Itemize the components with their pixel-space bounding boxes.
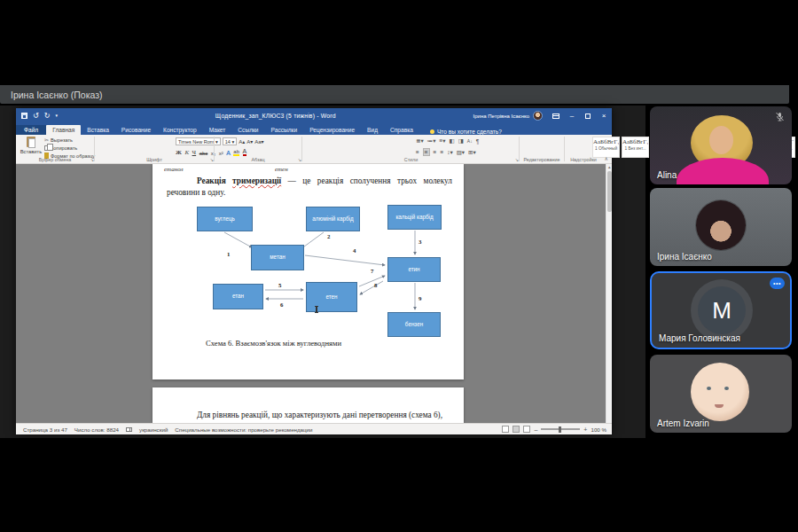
tab-draw[interactable]: Рисование [115, 125, 157, 135]
avatar-letter: M [698, 286, 746, 334]
tab-references[interactable]: Ссылки [231, 125, 264, 135]
svg-text:2: 2 [327, 233, 331, 239]
more-options-button[interactable]: ••• [770, 278, 785, 289]
diagram-box-methane[interactable]: метан [251, 245, 304, 270]
read-mode-icon[interactable] [502, 426, 509, 433]
quick-access-toolbar: ↺ ↻ ▾ [16, 113, 78, 120]
diagram-box-aluminum-carbide[interactable]: алюміній карбід [306, 207, 360, 231]
zoom-slider[interactable] [541, 428, 580, 430]
participant-tile-alina[interactable]: Alina [650, 106, 792, 184]
editing-group-label: Редактирование [520, 157, 564, 162]
word-count[interactable]: Число слов: 8824 [74, 426, 119, 433]
page2-paragraph: Для рівнянь реакцій, що характеризують д… [167, 411, 452, 419]
diagram-box-calcium-carbide[interactable]: кальцій карбід [387, 205, 442, 230]
zoom-level[interactable]: 100 % [591, 426, 606, 433]
collapse-ribbon-icon[interactable]: ∧ [605, 155, 608, 161]
screen: Ірина Ісаєнко (Показ) ↺ ↻ ▾ Щоденник_зап… [0, 0, 798, 532]
undo-icon[interactable]: ↺ [33, 113, 39, 120]
diagram-box-ethane[interactable]: етан [213, 284, 263, 309]
qat-customize-icon[interactable]: ▾ [55, 113, 58, 118]
document-page-1[interactable]: етанол етен Реакція тримеризації — це ре… [153, 164, 464, 379]
zoom-in-button[interactable]: + [583, 426, 587, 433]
tab-review[interactable]: Рецензирование [303, 125, 361, 135]
participant-name: Artem Izvarin [657, 419, 709, 428]
svg-text:1: 1 [227, 251, 231, 257]
scroll-up-icon[interactable]: ▲ [607, 165, 611, 169]
ribbon-tabs: Файл Главная Вставка Рисование Конструкт… [16, 123, 612, 135]
document-page-2[interactable]: Для рівнянь реакцій, що характеризують д… [153, 387, 464, 423]
redo-icon[interactable]: ↻ [44, 113, 51, 120]
account[interactable]: Ірина Петрівна Ісаєнко [473, 111, 548, 121]
clipboard-group-label: Буфер обмена [16, 157, 94, 162]
diagram-box-benzene[interactable]: бензен [387, 312, 441, 337]
tab-layout[interactable]: Макет [203, 125, 232, 135]
scissors-icon: ✂ [44, 137, 49, 143]
tab-home[interactable]: Главная [46, 125, 81, 135]
save-icon[interactable] [21, 113, 27, 119]
zoom-slider-thumb[interactable] [559, 426, 561, 433]
styles-group: АаБбВгГ₁ 1 Обычный АаБбВгГ₁ 1 Без инт...… [303, 135, 519, 163]
print-layout-icon[interactable] [512, 426, 520, 433]
styles-group-label: Стили [303, 157, 519, 162]
copy-icon [44, 145, 49, 151]
svg-text:5: 5 [278, 282, 282, 288]
paragraph-group: ≣▾ ≔▾ ≡▾ ◧ ◨ А↓ ¶ ≡ ≡ ≡ ≡ ↕▾ ▨▾ [215, 135, 301, 163]
participant-name: Ірина Ісаєнко [657, 252, 712, 262]
clipboard-group: Вставить ✂Вырезать Копировать Формат по … [16, 135, 94, 163]
tab-insert[interactable]: Вставка [81, 125, 115, 135]
svg-text:7: 7 [371, 268, 374, 274]
meeting-banner: Ірина Ісаєнко (Показ) [0, 85, 789, 104]
tab-design[interactable]: Конструктор [157, 125, 203, 135]
editing-group: Найти ▾ Заменить Выделить ▾ Редактирован… [520, 135, 564, 163]
copy-button[interactable]: Копировать [44, 145, 95, 151]
document-area[interactable]: етанол етен Реакція тримеризації — це ре… [16, 164, 612, 423]
diagram-box-ethene[interactable]: етен [306, 282, 357, 312]
bold-button[interactable]: Ж [176, 150, 182, 156]
diagram-box-carbon[interactable]: вуглець [197, 207, 253, 231]
language-indicator[interactable]: украинский [139, 426, 168, 433]
status-bar: Страница 3 из 47 Число слов: 8824 украин… [16, 423, 612, 434]
participant-name: Alina [657, 170, 677, 180]
tab-mailings[interactable]: Рассылки [265, 125, 304, 135]
svg-text:8: 8 [374, 282, 378, 288]
accessibility-status[interactable]: Специальные возможности: проверьте реком… [175, 426, 312, 433]
text-cursor [316, 306, 317, 313]
svg-text:6: 6 [280, 301, 284, 308]
account-avatar [533, 111, 543, 121]
ribbon-display-icon [552, 113, 559, 119]
tell-me-box[interactable]: Что вы хотите сделать? [430, 129, 502, 135]
web-layout-icon[interactable] [523, 426, 530, 433]
participant-tile-iryna[interactable]: Ірина Ісаєнко [650, 188, 792, 266]
zoom-out-button[interactable]: – [534, 426, 537, 433]
participant-tile-maria-active[interactable]: M ••• Мария Головинская [650, 271, 792, 349]
ribbon: Вставить ✂Вырезать Копировать Формат по … [16, 135, 612, 164]
underline-button[interactable]: Ч [192, 150, 197, 156]
paste-icon [27, 137, 35, 147]
italic-button[interactable]: К [184, 150, 189, 156]
font-group: Times New Rom ▾ 14 ▾ А▴ А▾ Аа▾ Ж К Ч abc… [95, 135, 214, 163]
tab-help[interactable]: Справка [384, 125, 419, 135]
style-no-spacing[interactable]: АаБбВгГ₁ 1 Без инт... [622, 137, 649, 158]
tab-file[interactable]: Файл [16, 125, 46, 135]
lightbulb-icon [430, 129, 434, 134]
font-group-label: Шрифт [95, 157, 214, 162]
paragraph-group-label: Абзац [215, 157, 301, 162]
tab-view[interactable]: Вид [361, 125, 384, 135]
minimize-button[interactable]: – [564, 108, 580, 123]
diagram-box-ethyne[interactable]: етин [387, 257, 441, 282]
restore-icon [585, 113, 591, 119]
close-button[interactable]: × [596, 108, 612, 123]
scrollbar-thumb[interactable] [607, 171, 612, 212]
mic-muted-icon [775, 112, 785, 121]
page-indicator[interactable]: Страница 3 из 47 [23, 426, 67, 433]
strikethrough-button[interactable]: abc [200, 151, 208, 156]
participant-tile-artem[interactable]: Artem Izvarin [650, 355, 792, 433]
restore-button[interactable] [580, 108, 596, 123]
addins-group: Надстройки Надстройки [565, 135, 602, 163]
ribbon-display-options-button[interactable] [548, 108, 564, 123]
proofing-icon[interactable] [126, 427, 132, 432]
svg-text:4: 4 [353, 247, 356, 254]
document-scrollbar[interactable]: ▲ [606, 164, 612, 423]
cut-button[interactable]: ✂Вырезать [44, 137, 95, 143]
word-window: ↺ ↻ ▾ Щоденник_зап_КЛЮС3 (5 тижнів) - Wo… [16, 108, 612, 434]
